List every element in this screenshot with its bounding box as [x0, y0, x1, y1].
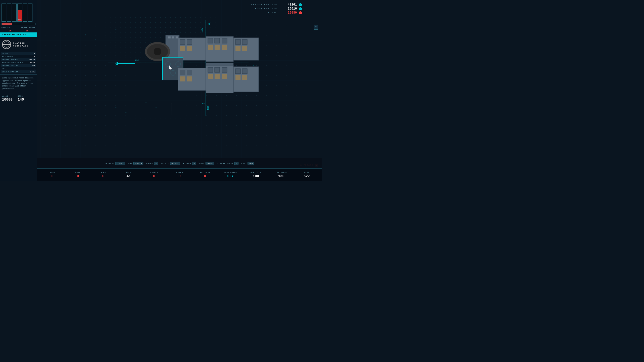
options-key[interactable]: L CTRL	[115, 162, 125, 165]
stat-value-class: B	[34, 53, 35, 55]
svg-text:M21: M21	[202, 103, 206, 105]
attach-key[interactable]: G	[192, 162, 196, 165]
edit-label: EDIT	[199, 162, 205, 164]
color-label: COLOR	[146, 162, 153, 164]
stat-value-maneuvering: 4440	[30, 62, 35, 64]
shield-label: SHIELD	[150, 172, 158, 174]
main-viewport: 25M PORT M2 FORE 2▶ M25 STBD M21	[37, 0, 322, 156]
options-label: OPTIONS	[105, 162, 114, 164]
power-bar-5	[23, 4, 27, 22]
svg-rect-55	[242, 69, 247, 74]
eng-label: ENG	[18, 19, 22, 21]
stat-label-engine-health: ENGINE HEALTH	[2, 65, 18, 67]
svg-text:+: +	[85, 33, 86, 36]
none1-label: NONE	[50, 172, 55, 174]
control-delete: DELETE DELETE	[161, 162, 180, 165]
svg-rect-47	[208, 67, 213, 72]
stat-none-1: NONE 0	[45, 172, 60, 178]
controls-bar: OPTIONS L CTRL PAN MOUSE3 COLOR J DELETE…	[37, 158, 322, 168]
cargo-value: 0	[179, 174, 181, 178]
value-label: VALUE	[2, 95, 13, 97]
vendor-credits-icon: ©	[299, 3, 302, 6]
manufacturer-name: SLAYTONAEROSPACE	[13, 42, 28, 47]
vendor-credits-label: VENDOR CREDITS	[251, 4, 277, 6]
svg-rect-29	[215, 45, 220, 50]
svg-text:+: +	[145, 101, 147, 104]
flight-check-key[interactable]: C	[234, 162, 238, 165]
control-color: COLOR J	[146, 162, 158, 165]
jump-range-value: 0LY	[227, 174, 233, 178]
pan-label: PAN	[128, 162, 132, 164]
none1-value: 0	[51, 174, 53, 178]
svg-text:+: +	[125, 111, 127, 114]
stat-row-hull: HULL 5	[1, 67, 36, 70]
stat-row-engine-health: ENGINE HEALTH 92	[1, 64, 36, 67]
svg-rect-35	[242, 46, 247, 51]
svg-rect-14	[172, 36, 174, 38]
svg-text:AFT: AFT	[115, 63, 118, 65]
help-icon[interactable]: ?	[314, 25, 318, 30]
control-flight-check: FLIGHT CHECK C	[217, 162, 238, 165]
color-key[interactable]: J	[154, 162, 158, 165]
svg-rect-58	[206, 63, 233, 66]
control-attach: ATTACH G	[183, 162, 196, 165]
stat-label-class: CLASS	[2, 53, 8, 55]
edit-key[interactable]: SPACE	[206, 162, 215, 165]
stat-label-hull: HULL	[2, 68, 7, 70]
power-bar-6	[28, 4, 32, 22]
stat-mobility: MOBILITY 100	[248, 172, 263, 178]
module-name-header[interactable]: SAE-5110 Engine	[0, 32, 37, 37]
exit-key[interactable]: TAB	[248, 162, 254, 165]
reactor-label: REACTOR	[2, 27, 11, 29]
total-credits-row: TOTAL 29080 ©	[251, 11, 302, 15]
stat-label-max-power: MAX POWER	[2, 56, 13, 58]
none3-value: 0	[102, 174, 104, 178]
stat-row-max-power: MAX POWER 3	[1, 55, 36, 58]
svg-text:+: +	[145, 21, 147, 23]
delete-key[interactable]: DELETE	[170, 162, 180, 165]
equip-value: 6▼	[26, 30, 28, 32]
stat-value-crew: 0.25	[30, 71, 35, 73]
mobility-label: MOBILITY	[251, 172, 261, 174]
control-options: OPTIONS L CTRL	[105, 162, 126, 165]
your-credits-label: YOUR CREDITS	[255, 8, 277, 10]
stat-jump-range: JUMP RANGE 0LY	[223, 172, 238, 178]
pan-key[interactable]: MOUSE3	[133, 162, 143, 165]
svg-rect-42	[180, 70, 185, 75]
stat-row-class: CLASS B	[1, 52, 36, 55]
top-speed-label: TOP SPEED	[275, 172, 287, 174]
manufacturer-logo-area: SLAYTONAEROSPACE	[0, 38, 37, 51]
svg-rect-32	[235, 39, 240, 44]
stat-label-maneuvering: MANEUVERING THRUST	[2, 62, 25, 64]
svg-rect-48	[215, 67, 220, 72]
vendor-credits-value: 42261	[279, 3, 297, 7]
exit-label: EXIT	[242, 162, 247, 164]
svg-rect-49	[222, 67, 227, 72]
power-values: 0▼ 6▼	[0, 29, 37, 32]
none3-label: NONE	[101, 172, 106, 174]
svg-rect-45	[187, 76, 192, 81]
total-credits-label: TOTAL	[268, 12, 277, 14]
control-pan: PAN MOUSE3	[128, 162, 143, 165]
stat-value-engine-thrust: 14070	[29, 59, 35, 61]
svg-rect-23	[187, 46, 192, 51]
module-description: Every spaceship needs Engines. Upgrade t…	[0, 74, 37, 92]
mass-number: 140	[18, 98, 24, 102]
reactor-value: 0▼	[9, 30, 11, 32]
top-speed-value: 130	[278, 174, 285, 178]
stat-cargo: CARGO 0	[172, 172, 187, 178]
svg-text:+: +	[95, 26, 96, 28]
max-crew-value: 0	[204, 174, 206, 178]
power-bar-fill	[2, 23, 12, 25]
stat-row-crew: CREW CAPACITY 0.25	[1, 70, 36, 73]
svg-rect-57	[242, 75, 247, 80]
vendor-credits-row: VENDOR CREDITS 42261 ©	[251, 3, 302, 7]
stat-row-engine-thrust: ENGINE THRUST 14070	[1, 58, 36, 61]
stat-none-3: NONE 0	[96, 172, 111, 178]
stat-max-crew: MAX CREW 0	[197, 172, 213, 178]
power-bar-horizontal	[2, 23, 35, 25]
stats-table: CLASS B MAX POWER 3 ENGINE THRUST 14070 …	[0, 52, 37, 73]
power-bar-2	[7, 4, 11, 22]
mass-stat-label: MASS	[304, 172, 309, 174]
credits-panel: VENDOR CREDITS 42261 © YOUR CREDITS 2661…	[251, 3, 302, 15]
